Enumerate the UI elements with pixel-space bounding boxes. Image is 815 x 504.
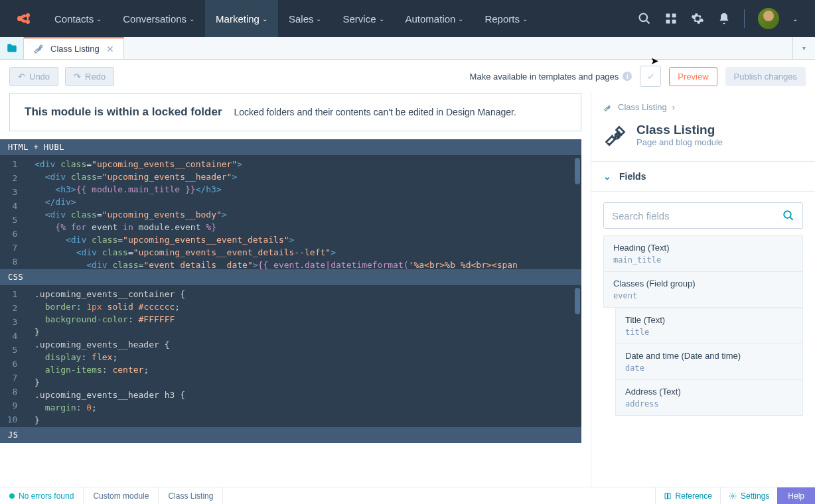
breadcrumb[interactable]: Class Listing › <box>591 93 815 116</box>
module-title: Class Listing <box>636 123 723 137</box>
gear-icon[interactable] <box>691 12 704 25</box>
svg-point-9 <box>784 211 791 218</box>
top-navigation: Contacts⌄ Conversations⌄ Marketing⌄ Sale… <box>0 0 815 37</box>
preview-button[interactable]: Preview <box>669 67 717 86</box>
svg-point-4 <box>640 14 648 22</box>
search-fields-input[interactable] <box>603 202 803 229</box>
book-icon <box>664 492 672 500</box>
wrench-icon <box>603 103 613 112</box>
module-icon <box>603 124 627 148</box>
toolbar: ↶Undo ↷Redo Make available in templates … <box>0 60 815 93</box>
reference-link[interactable]: Reference <box>655 487 720 504</box>
nav-marketing[interactable]: Marketing⌄ <box>205 0 278 37</box>
css-section-header[interactable]: CSS <box>0 269 581 285</box>
svg-rect-8 <box>672 20 676 24</box>
redo-icon: ↷ <box>74 72 81 82</box>
svg-rect-6 <box>672 14 676 18</box>
svg-rect-5 <box>666 14 670 18</box>
html-code: <div class="upcoming_events__container">… <box>0 155 581 269</box>
chevron-down-icon: ⌄ <box>603 171 611 182</box>
redo-button[interactable]: ↷Redo <box>65 67 114 86</box>
search-icon[interactable] <box>638 12 651 25</box>
nav-automation[interactable]: Automation⌄ <box>395 0 475 37</box>
field-heading[interactable]: Heading (Text) main_title <box>603 235 803 272</box>
field-classes[interactable]: Classes (Field group) event <box>603 272 803 308</box>
help-button[interactable]: Help <box>777 487 815 504</box>
error-status[interactable]: No errors found <box>0 487 84 504</box>
close-icon[interactable]: ✕ <box>106 44 114 54</box>
field-address[interactable]: Address (Text) address <box>615 380 803 416</box>
css-editor[interactable]: 1234567891011 .upcoming_events__containe… <box>0 285 581 427</box>
gear-icon <box>729 492 737 500</box>
nav-reports[interactable]: Reports⌄ <box>474 0 538 37</box>
chevron-right-icon: › <box>672 102 675 112</box>
nav-sales[interactable]: Sales⌄ <box>278 0 333 37</box>
publish-button[interactable]: Publish changes <box>725 67 806 86</box>
right-sidebar: Class Listing › Class Listing Page and b… <box>591 93 815 487</box>
tab-overflow[interactable]: ▾ <box>792 37 815 59</box>
svg-rect-7 <box>666 20 670 24</box>
svg-point-10 <box>731 495 733 497</box>
search-icon <box>782 210 794 221</box>
tab-label: Class Listing <box>50 44 100 54</box>
marketplace-icon[interactable] <box>664 12 678 25</box>
html-section-header[interactable]: HTML + HUBL <box>0 139 581 155</box>
fields-accordion[interactable]: ⌄ Fields <box>591 161 815 192</box>
folder-tab[interactable] <box>0 37 24 59</box>
field-date[interactable]: Date and time (Date and time) date <box>615 344 803 380</box>
locked-folder-banner: This module is within a locked folder Lo… <box>9 93 581 131</box>
tab-strip: Class Listing ✕ ▾ <box>0 37 815 60</box>
module-subtitle: Page and blog module <box>636 137 723 147</box>
html-editor[interactable]: 123456789 <div class="upcoming_events__c… <box>0 155 581 269</box>
user-avatar[interactable] <box>758 8 779 29</box>
nav-contacts[interactable]: Contacts⌄ <box>44 0 112 37</box>
info-icon[interactable]: i <box>623 72 632 81</box>
banner-title: This module is within a locked folder <box>25 105 222 119</box>
banner-description: Locked folders and their contents can't … <box>234 107 516 117</box>
status-dot-icon <box>9 493 15 499</box>
folder-icon <box>6 42 18 54</box>
file-tab-class-listing[interactable]: Class Listing ✕ <box>24 37 124 59</box>
hubspot-logo[interactable] <box>15 9 35 29</box>
availability-label: Make available in templates and pagesi <box>470 72 632 82</box>
css-code: .upcoming_events__container { border: 1p… <box>0 285 581 427</box>
user-menu-chevron[interactable]: ⌄ <box>792 15 798 23</box>
undo-button[interactable]: ↶Undo <box>9 67 58 86</box>
availability-toggle[interactable] <box>640 66 661 87</box>
nav-service[interactable]: Service⌄ <box>332 0 394 37</box>
bell-icon[interactable] <box>717 12 731 25</box>
module-type: Custom module <box>84 487 159 504</box>
check-icon <box>646 72 655 81</box>
settings-link[interactable]: Settings <box>720 487 777 504</box>
status-bar: No errors found Custom module Class List… <box>0 487 815 504</box>
wrench-icon <box>33 44 44 54</box>
js-section-header[interactable]: JS <box>0 427 581 443</box>
nav-conversations[interactable]: Conversations⌄ <box>112 0 205 37</box>
undo-icon: ↶ <box>18 72 25 82</box>
module-name: Class Listing <box>159 487 223 504</box>
field-title[interactable]: Title (Text) title <box>615 308 803 344</box>
